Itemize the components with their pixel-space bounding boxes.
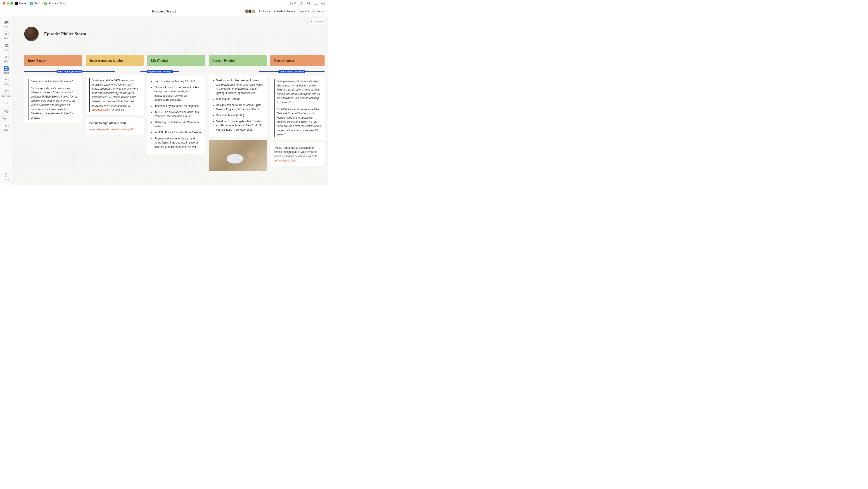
crumb-sep: / <box>28 2 29 5</box>
list-item: Influenced by his father, an engineer. <box>154 104 202 108</box>
tool-line[interactable]: Line <box>2 53 11 64</box>
episode-title[interactable]: Episode: Philice Storm <box>44 31 86 36</box>
tool-link[interactable]: Link <box>2 30 11 41</box>
tool-label: Add image <box>2 115 11 119</box>
tool-label: Link <box>4 37 8 39</box>
note-icon <box>4 20 9 25</box>
note-card[interactable]: Please remember to subscribe to behind d… <box>270 143 324 166</box>
tool-add-image[interactable]: Add image <box>2 108 11 121</box>
tool-todo[interactable]: To-do <box>2 42 11 52</box>
unsorted-badge[interactable]: 0 Unsorted <box>308 19 325 24</box>
svg-point-27 <box>5 111 6 112</box>
crumb-home[interactable]: Home <box>19 2 27 5</box>
episode-avatar <box>24 27 39 41</box>
cue-label: Outro music (15 secs) <box>278 70 305 74</box>
svg-point-25 <box>7 103 8 104</box>
doc-header: Podcast Script Editors Publish & share E… <box>0 7 328 16</box>
affiliate-link[interactable]: www.webguard.com/behinddesign20 <box>89 128 133 131</box>
help-icon[interactable]: ? <box>300 1 304 5</box>
image-card[interactable] <box>209 140 267 171</box>
export-menu[interactable]: Export <box>299 10 309 13</box>
music-cue-outro[interactable]: Outro music (15 secs) <box>259 70 324 74</box>
note-card[interactable]: Born in Paris on January 18, 1979. Storm… <box>147 76 205 154</box>
trash-icon <box>4 173 9 178</box>
export-label: Export <box>299 10 307 13</box>
music-cue-segue[interactable]: Segue music (9 secs) <box>141 70 179 74</box>
zoom-out-button[interactable]: Zoom out <box>313 10 324 13</box>
svg-line-4 <box>309 4 310 5</box>
svg-rect-13 <box>5 67 6 68</box>
column-header[interactable]: Life (7 mins) <box>147 55 205 66</box>
tool-sidebar: Note Link To-do Line Board Column Commen… <box>0 16 12 185</box>
bell-icon[interactable] <box>314 1 318 5</box>
sponsor-link[interactable]: webguard.com <box>92 108 110 111</box>
column-header[interactable]: Intro (2 mins) <box>24 55 82 66</box>
chevron-down-icon <box>293 10 296 12</box>
column-header[interactable]: Sponsor message (1 min) <box>86 55 144 66</box>
list-item: Delano in Miami (2003) <box>216 113 263 117</box>
music-cue-intro[interactable]: Intro music (25 secs) <box>24 70 115 74</box>
maximize-window-icon[interactable] <box>10 2 13 4</box>
editors-menu[interactable]: Editors <box>259 10 270 13</box>
breadcrumb: M Home / Work / Podcast Script <box>15 2 66 5</box>
mobile-badge[interactable]: 21 <box>290 2 296 5</box>
tool-draw[interactable]: Draw <box>2 122 11 133</box>
column-header[interactable]: Career (10 mins) <box>209 55 267 66</box>
tool-label: Trash <box>4 178 9 181</box>
gear-icon[interactable] <box>321 1 325 5</box>
column-outro[interactable]: Outro (4 mins) Outro music (15 secs) "Th… <box>270 55 324 171</box>
svg-rect-20 <box>5 91 7 91</box>
home-badge-icon: M <box>15 2 18 5</box>
list-item: Mondrian in Los Angeles, the Royalton an… <box>216 119 263 132</box>
board-columns: Intro (2 mins) Intro music (25 secs) "We… <box>24 55 324 171</box>
column-icon <box>4 78 9 83</box>
svg-point-23 <box>5 103 5 104</box>
svg-rect-14 <box>6 67 7 68</box>
column-header[interactable]: Outro (4 mins) <box>270 55 324 66</box>
note-card[interactable]: Behind Design Affiliate Code www.webguar… <box>86 118 144 135</box>
crumb-doc[interactable]: Podcast Script <box>49 2 66 5</box>
list-item: Born in Paris on January 18, 1979. <box>154 79 202 84</box>
board-canvas[interactable]: 0 Unsorted Episode: Philice Storm Intro … <box>12 16 328 185</box>
tool-label: Draw <box>4 129 8 131</box>
search-icon[interactable] <box>307 1 311 5</box>
avatar <box>251 9 255 13</box>
collaborator-avatars[interactable] <box>245 9 255 13</box>
close-window-icon[interactable] <box>3 2 5 4</box>
column-life[interactable]: Life (7 mins) Segue music (9 secs) Born … <box>147 55 205 171</box>
svg-rect-15 <box>5 69 6 70</box>
publish-menu[interactable]: Publish & share <box>274 10 296 13</box>
tool-comment[interactable]: Comment <box>2 88 11 98</box>
website-link[interactable]: behinddesign.com <box>274 159 296 162</box>
publish-label: Publish & share <box>274 10 293 13</box>
tool-board[interactable]: Board <box>2 65 11 76</box>
note-card[interactable]: "The generosity of his activity, which s… <box>270 76 324 140</box>
doc-badge-icon <box>44 2 47 5</box>
board-icon <box>4 66 9 71</box>
column-intro[interactable]: Intro (2 mins) Intro music (25 secs) "We… <box>24 55 82 171</box>
svg-point-5 <box>323 3 324 4</box>
note-card[interactable]: "Welcome back to Behind Design." "In thi… <box>24 76 82 123</box>
list-item: Most known for her design of hotels and … <box>216 78 263 95</box>
tool-note[interactable]: Note <box>2 19 11 29</box>
note-card[interactable]: Most known for her design of hotels and … <box>209 75 267 137</box>
tool-more[interactable] <box>2 99 11 107</box>
tool-label: Column <box>2 83 9 86</box>
quote-text: "Welcome back to Behind Design." <box>31 79 79 84</box>
traffic-lights <box>3 2 13 4</box>
note-card[interactable]: "Having a reliable VPN makes your browsi… <box>86 75 144 115</box>
unsorted-label: Unsorted <box>313 20 323 23</box>
tool-trash[interactable]: Trash <box>2 171 11 182</box>
work-badge-icon <box>30 2 33 5</box>
svg-rect-16 <box>6 69 7 70</box>
chevron-down-icon <box>269 10 270 12</box>
svg-line-12 <box>5 56 7 58</box>
crumb-work[interactable]: Work <box>34 2 41 5</box>
column-career[interactable]: Career (10 mins) Most known for her desi… <box>209 55 267 171</box>
quote-text: "Having a reliable VPN makes your browsi… <box>92 78 140 112</box>
tool-column[interactable]: Column <box>2 76 11 87</box>
svg-text:?: ? <box>301 2 302 4</box>
tool-label: Comment <box>2 95 10 97</box>
tool-label: Line <box>4 60 8 62</box>
minimize-window-icon[interactable] <box>6 2 9 4</box>
